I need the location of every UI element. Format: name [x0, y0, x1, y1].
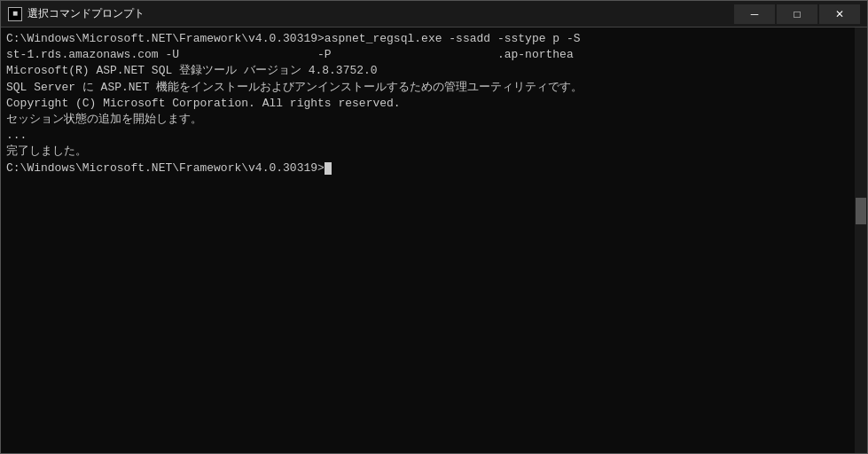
- console-line: Microsoft(R) ASP.NET SQL 登録ツール バージョン 4.8…: [6, 63, 862, 79]
- console-output[interactable]: C:\Windows\Microsoft.NET\Framework\v4.0.…: [1, 27, 867, 453]
- console-line: SQL Server に ASP.NET 機能をインストールおよびアンインストー…: [6, 80, 862, 96]
- title-bar-left: ■ 選択コマンドプロンプト: [8, 6, 145, 21]
- close-button[interactable]: ✕: [819, 4, 860, 24]
- console-line: Copyright (C) Microsoft Corporation. All…: [6, 96, 862, 112]
- maximize-button[interactable]: □: [777, 4, 817, 24]
- console-line: ...: [6, 128, 862, 144]
- console-line: st-1.rds.amazonaws.com -U -P .ap-northea: [6, 47, 862, 63]
- window-controls: ─ □ ✕: [734, 4, 860, 24]
- scrollbar-thumb[interactable]: [856, 198, 866, 224]
- title-bar: ■ 選択コマンドプロンプト ─ □ ✕: [1, 1, 867, 27]
- console-line: セッション状態の追加を開始します。: [6, 112, 862, 128]
- console-line: C:\Windows\Microsoft.NET\Framework\v4.0.…: [6, 160, 862, 176]
- window-title: 選択コマンドプロンプト: [27, 6, 145, 21]
- scrollbar[interactable]: [855, 27, 867, 453]
- console-line: C:\Windows\Microsoft.NET\Framework\v4.0.…: [6, 31, 862, 47]
- cmd-window: ■ 選択コマンドプロンプト ─ □ ✕ C:\Windows\Microsoft…: [0, 0, 868, 454]
- console-lines: C:\Windows\Microsoft.NET\Framework\v4.0.…: [6, 31, 862, 176]
- cmd-icon: ■: [8, 7, 22, 21]
- console-line: 完了しました。: [6, 144, 862, 160]
- minimize-button[interactable]: ─: [734, 4, 775, 24]
- cursor: [325, 162, 332, 175]
